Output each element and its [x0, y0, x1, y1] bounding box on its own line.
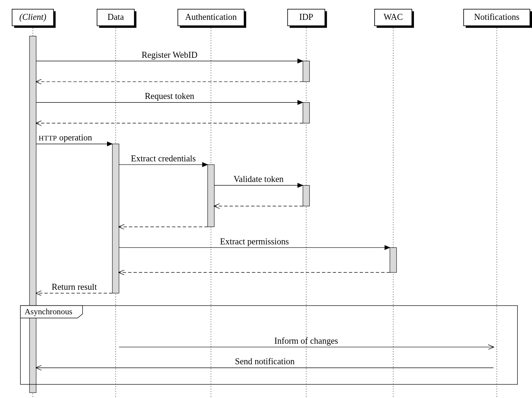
participant-label-idp: IDP: [299, 12, 313, 22]
fragment-label: Asynchronous: [24, 307, 72, 316]
participant-label-wac: WAC: [383, 12, 403, 22]
message-label: Extract permissions: [220, 237, 289, 246]
fragment-box: [21, 306, 518, 385]
message-label: Validate token: [234, 174, 284, 184]
participant-label-data: Data: [107, 12, 124, 22]
participant-label-client: (Client): [19, 12, 46, 22]
participant-label-notif: Notifications: [474, 12, 520, 22]
activation-auth: [208, 165, 214, 227]
sequence-diagram: (Client)DataAuthenticationIDPWACNotifica…: [7, 7, 532, 398]
message-label: Return result: [52, 282, 97, 292]
activation-client: [29, 36, 36, 393]
message-label: HTTP operation: [39, 133, 92, 142]
message-label: Request token: [145, 91, 194, 101]
activation-wac: [390, 248, 397, 272]
activation-data: [112, 144, 119, 293]
message-label: Register WebID: [141, 50, 197, 60]
message-label: Extract credentials: [131, 154, 196, 163]
participant-label-auth: Authentication: [185, 12, 237, 22]
message-label: Send notification: [235, 356, 295, 366]
activation-idp: [303, 186, 310, 206]
activation-idp: [303, 61, 310, 82]
message-label: Inform of changes: [274, 336, 338, 346]
activation-idp: [303, 103, 310, 123]
